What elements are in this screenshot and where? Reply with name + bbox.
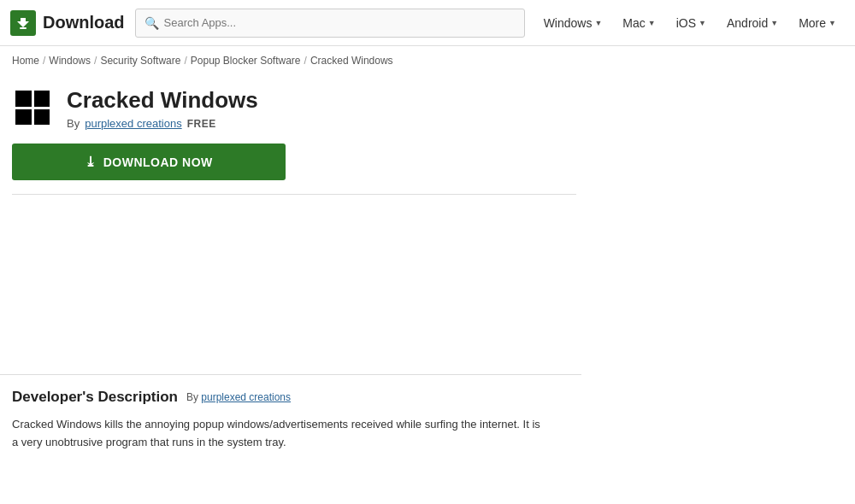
- header: Download 🔍 Windows ▼ Mac ▼ iOS ▼ Android…: [0, 0, 855, 46]
- search-bar: 🔍: [135, 9, 525, 38]
- chevron-down-icon: ▼: [648, 19, 656, 27]
- search-icon: 🔍: [144, 16, 159, 30]
- logo-icon: [10, 10, 36, 36]
- app-meta: By purplexed creations FREE: [67, 117, 258, 130]
- nav-android[interactable]: Android ▼: [718, 11, 787, 35]
- nav-more[interactable]: More ▼: [790, 11, 845, 35]
- app-header: Cracked Windows By purplexed creations F…: [12, 87, 843, 130]
- breadcrumb-home[interactable]: Home: [12, 55, 39, 67]
- app-logo: [12, 87, 53, 128]
- app-info: Cracked Windows By purplexed creations F…: [67, 87, 258, 130]
- chevron-down-icon: ▼: [699, 19, 706, 27]
- app-developer-link[interactable]: purplexed creations: [85, 117, 181, 130]
- app-price-badge: FREE: [187, 118, 216, 130]
- breadcrumb-windows[interactable]: Windows: [49, 55, 91, 67]
- download-btn-icon: ⤓: [85, 154, 97, 170]
- screenshot-area: [12, 203, 576, 374]
- dev-desc-developer-link[interactable]: purplexed creations: [201, 391, 291, 403]
- breadcrumb-security[interactable]: Security Software: [100, 55, 180, 67]
- dev-desc-by: By purplexed creations: [186, 391, 291, 403]
- main-nav: Windows ▼ Mac ▼ iOS ▼ Android ▼ More ▼: [535, 11, 845, 35]
- content-divider: [12, 194, 576, 195]
- search-input[interactable]: [164, 16, 516, 29]
- chevron-down-icon: ▼: [594, 19, 602, 27]
- svg-rect-0: [20, 27, 27, 29]
- main-content: Cracked Windows By purplexed creations F…: [0, 75, 855, 374]
- site-logo-text: Download: [43, 13, 125, 32]
- chevron-down-icon: ▼: [770, 19, 778, 27]
- app-by-label: By: [67, 117, 80, 130]
- chevron-down-icon: ▼: [828, 19, 836, 27]
- nav-windows[interactable]: Windows ▼: [535, 11, 611, 35]
- dev-desc-text: Cracked Windows kills the annoying popup…: [12, 416, 542, 452]
- dev-desc-header: Developer's Description By purplexed cre…: [12, 389, 569, 406]
- breadcrumb-sep: /: [304, 55, 307, 67]
- breadcrumb-current: Cracked Windows: [310, 55, 393, 67]
- download-btn-label: DOWNLOAD NOW: [103, 155, 213, 169]
- logo-block[interactable]: Download: [10, 10, 125, 36]
- nav-ios[interactable]: iOS ▼: [668, 11, 715, 35]
- developer-description-section: Developer's Description By purplexed cre…: [0, 374, 581, 469]
- nav-mac[interactable]: Mac ▼: [614, 11, 663, 35]
- breadcrumb: Home / Windows / Security Software / Pop…: [0, 46, 855, 75]
- app-title: Cracked Windows: [67, 87, 258, 114]
- breadcrumb-sep: /: [94, 55, 97, 67]
- windows-logo-icon: [15, 91, 50, 125]
- breadcrumb-sep: /: [184, 55, 186, 67]
- breadcrumb-popup[interactable]: Popup Blocker Software: [191, 55, 301, 67]
- dev-desc-title: Developer's Description: [12, 389, 178, 406]
- download-now-button[interactable]: ⤓ DOWNLOAD NOW: [12, 144, 286, 180]
- breadcrumb-sep: /: [43, 55, 45, 67]
